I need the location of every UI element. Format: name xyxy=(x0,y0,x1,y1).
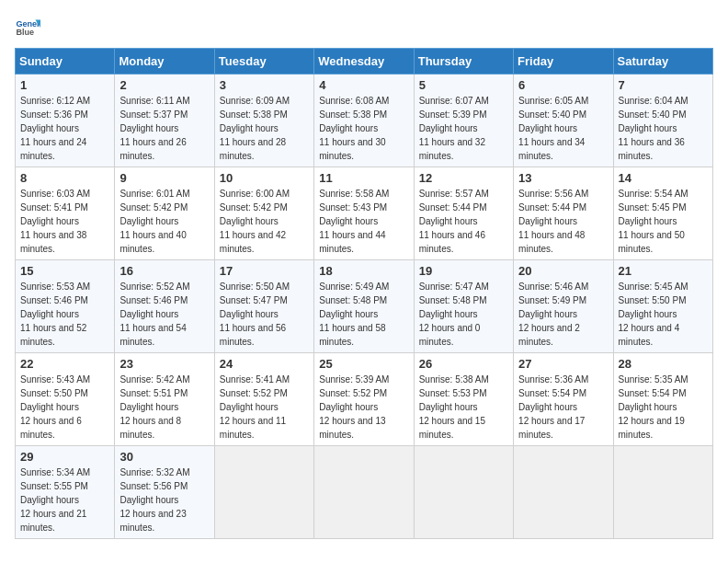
svg-text:Blue: Blue xyxy=(16,28,34,37)
day-info: Sunrise: 6:11 AM Sunset: 5:37 PM Dayligh… xyxy=(119,94,209,163)
day-number: 18 xyxy=(319,264,408,278)
daylight-duration: 11 hours and 52 minutes. xyxy=(20,323,86,347)
sunrise-label: Sunrise: 6:04 AM xyxy=(619,96,688,106)
daylight-duration: 12 hours and 0 minutes. xyxy=(419,323,481,347)
day-info: Sunrise: 6:09 AM Sunset: 5:38 PM Dayligh… xyxy=(220,94,309,163)
sunset-label: Sunset: 5:40 PM xyxy=(518,109,586,120)
sunset-label: Sunset: 5:55 PM xyxy=(20,481,88,491)
day-info: Sunrise: 6:12 AM Sunset: 5:36 PM Dayligh… xyxy=(20,94,109,163)
sunrise-label: Sunrise: 6:07 AM xyxy=(419,96,489,106)
table-row: 23 Sunrise: 5:42 AM Sunset: 5:51 PM Dayl… xyxy=(115,353,214,446)
daylight-label: Daylight hours xyxy=(220,123,279,133)
day-info: Sunrise: 5:45 AM Sunset: 5:50 PM Dayligh… xyxy=(619,280,708,349)
day-number: 26 xyxy=(419,357,508,371)
daylight-label: Daylight hours xyxy=(419,309,478,319)
day-info: Sunrise: 6:05 AM Sunset: 5:40 PM Dayligh… xyxy=(518,94,608,163)
day-number: 16 xyxy=(119,264,209,278)
daylight-label: Daylight hours xyxy=(20,402,79,412)
sunrise-label: Sunrise: 5:34 AM xyxy=(20,467,90,477)
day-number: 7 xyxy=(619,78,708,92)
day-number: 12 xyxy=(419,171,508,185)
sunset-label: Sunset: 5:40 PM xyxy=(619,109,687,120)
daylight-label: Daylight hours xyxy=(319,216,378,226)
daylight-label: Daylight hours xyxy=(419,123,478,133)
sunrise-label: Sunrise: 6:00 AM xyxy=(220,189,290,199)
sunrise-label: Sunrise: 5:57 AM xyxy=(419,189,489,199)
daylight-duration: 11 hours and 46 minutes. xyxy=(419,230,485,254)
daylight-label: Daylight hours xyxy=(419,402,478,412)
daylight-duration: 11 hours and 42 minutes. xyxy=(220,230,286,254)
day-info: Sunrise: 5:41 AM Sunset: 5:52 PM Dayligh… xyxy=(220,373,309,442)
sunset-label: Sunset: 5:47 PM xyxy=(220,295,288,305)
daylight-label: Daylight hours xyxy=(619,123,677,133)
day-number: 2 xyxy=(119,78,209,92)
sunset-label: Sunset: 5:54 PM xyxy=(619,388,687,398)
day-info: Sunrise: 6:08 AM Sunset: 5:38 PM Dayligh… xyxy=(319,94,408,163)
day-number: 1 xyxy=(20,78,109,92)
table-row: 22 Sunrise: 5:43 AM Sunset: 5:50 PM Dayl… xyxy=(16,353,115,446)
column-header-sunday: Sunday xyxy=(16,49,115,75)
daylight-label: Daylight hours xyxy=(518,123,577,133)
sunrise-label: Sunrise: 5:42 AM xyxy=(119,374,189,385)
day-info: Sunrise: 5:35 AM Sunset: 5:54 PM Dayligh… xyxy=(619,373,708,442)
table-row: 21 Sunrise: 5:45 AM Sunset: 5:50 PM Dayl… xyxy=(613,260,712,353)
daylight-label: Daylight hours xyxy=(619,309,677,319)
table-row: 26 Sunrise: 5:38 AM Sunset: 5:53 PM Dayl… xyxy=(414,353,513,446)
table-row: 6 Sunrise: 6:05 AM Sunset: 5:40 PM Dayli… xyxy=(514,75,613,167)
day-number: 29 xyxy=(20,450,109,464)
day-info: Sunrise: 5:32 AM Sunset: 5:56 PM Dayligh… xyxy=(119,465,209,534)
day-info: Sunrise: 5:34 AM Sunset: 5:55 PM Dayligh… xyxy=(20,465,109,534)
sunrise-label: Sunrise: 5:41 AM xyxy=(220,374,290,385)
daylight-label: Daylight hours xyxy=(20,216,79,226)
daylight-duration: 11 hours and 50 minutes. xyxy=(619,230,685,254)
table-row: 15 Sunrise: 5:53 AM Sunset: 5:46 PM Dayl… xyxy=(16,260,115,353)
sunrise-label: Sunrise: 6:01 AM xyxy=(119,189,189,199)
sunrise-label: Sunrise: 5:53 AM xyxy=(20,282,90,292)
table-row: 29 Sunrise: 5:34 AM Sunset: 5:55 PM Dayl… xyxy=(16,446,115,539)
day-number: 17 xyxy=(220,264,309,278)
daylight-duration: 12 hours and 21 minutes. xyxy=(20,509,86,533)
table-row: 27 Sunrise: 5:36 AM Sunset: 5:54 PM Dayl… xyxy=(514,353,613,446)
day-info: Sunrise: 5:50 AM Sunset: 5:47 PM Dayligh… xyxy=(220,280,309,349)
daylight-label: Daylight hours xyxy=(518,309,577,319)
table-row xyxy=(214,446,313,539)
table-row: 30 Sunrise: 5:32 AM Sunset: 5:56 PM Dayl… xyxy=(115,446,214,539)
table-row: 8 Sunrise: 6:03 AM Sunset: 5:41 PM Dayli… xyxy=(16,167,115,260)
daylight-duration: 11 hours and 44 minutes. xyxy=(319,230,385,254)
daylight-duration: 11 hours and 28 minutes. xyxy=(220,137,286,161)
sunset-label: Sunset: 5:43 PM xyxy=(319,202,387,213)
day-info: Sunrise: 5:58 AM Sunset: 5:43 PM Dayligh… xyxy=(319,187,408,256)
day-number: 13 xyxy=(518,171,608,185)
daylight-duration: 11 hours and 32 minutes. xyxy=(419,137,485,161)
sunrise-label: Sunrise: 5:47 AM xyxy=(419,282,489,292)
table-row: 3 Sunrise: 6:09 AM Sunset: 5:38 PM Dayli… xyxy=(214,75,313,167)
sunset-label: Sunset: 5:46 PM xyxy=(20,295,88,305)
sunrise-label: Sunrise: 6:03 AM xyxy=(20,189,90,199)
daylight-duration: 11 hours and 24 minutes. xyxy=(20,137,86,161)
daylight-label: Daylight hours xyxy=(220,309,279,319)
day-number: 19 xyxy=(419,264,508,278)
sunset-label: Sunset: 5:38 PM xyxy=(319,109,387,120)
table-row: 4 Sunrise: 6:08 AM Sunset: 5:38 PM Dayli… xyxy=(314,75,414,167)
daylight-duration: 12 hours and 11 minutes. xyxy=(220,416,286,440)
table-row: 24 Sunrise: 5:41 AM Sunset: 5:52 PM Dayl… xyxy=(214,353,313,446)
table-row: 1 Sunrise: 6:12 AM Sunset: 5:36 PM Dayli… xyxy=(16,75,115,167)
daylight-duration: 11 hours and 38 minutes. xyxy=(20,230,86,254)
day-number: 24 xyxy=(220,357,309,371)
daylight-duration: 11 hours and 58 minutes. xyxy=(319,323,385,347)
sunset-label: Sunset: 5:51 PM xyxy=(119,388,188,398)
daylight-duration: 11 hours and 40 minutes. xyxy=(119,230,186,254)
daylight-label: Daylight hours xyxy=(220,402,279,412)
sunset-label: Sunset: 5:49 PM xyxy=(518,295,586,305)
daylight-label: Daylight hours xyxy=(220,216,279,226)
daylight-label: Daylight hours xyxy=(619,402,677,412)
daylight-label: Daylight hours xyxy=(619,216,677,226)
day-number: 8 xyxy=(20,171,109,185)
day-info: Sunrise: 5:56 AM Sunset: 5:44 PM Dayligh… xyxy=(518,187,608,256)
sunset-label: Sunset: 5:41 PM xyxy=(20,202,88,213)
sunrise-label: Sunrise: 5:46 AM xyxy=(518,282,588,292)
daylight-duration: 11 hours and 30 minutes. xyxy=(319,137,385,161)
sunset-label: Sunset: 5:48 PM xyxy=(419,295,487,305)
daylight-duration: 12 hours and 15 minutes. xyxy=(419,416,485,440)
daylight-label: Daylight hours xyxy=(319,123,378,133)
